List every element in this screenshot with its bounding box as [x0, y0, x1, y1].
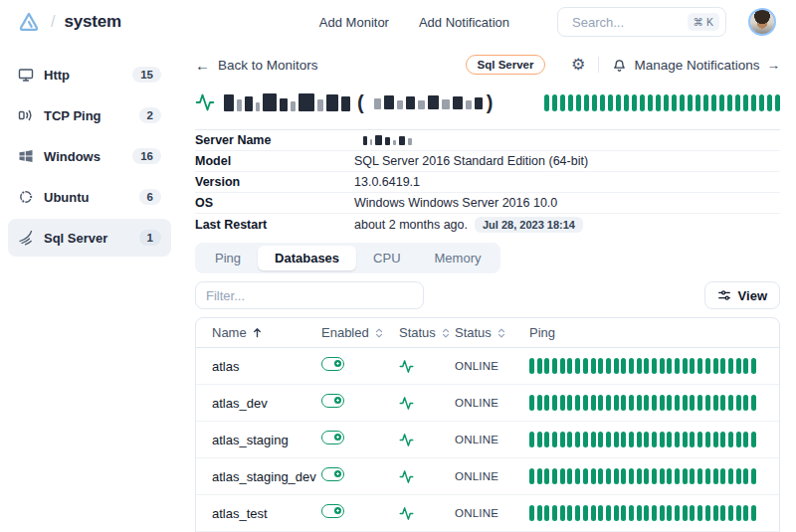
sidebar-item-label: TCP Ping — [44, 108, 101, 123]
sidebar-item-windows[interactable]: Windows 16 — [8, 137, 171, 175]
sidebar-item-http[interactable]: Http 15 — [8, 56, 171, 93]
activity-status-icon — [399, 469, 414, 484]
redacted-server-title — [224, 93, 350, 111]
info-row-server-name: Server Name — [195, 130, 780, 151]
search-box[interactable]: ⌘ K — [557, 7, 726, 37]
add-notification-link[interactable]: Add Notification — [419, 15, 509, 30]
info-label: Last Restart — [195, 218, 354, 232]
sidebar-item-label: Http — [44, 68, 70, 83]
status-text: ONLINE — [455, 470, 529, 482]
db-name: atlas — [212, 359, 321, 374]
info-label: Version — [195, 175, 354, 189]
column-header-ping: Ping — [529, 325, 763, 340]
restart-date-badge: Jul 28, 2023 18:14 — [475, 217, 583, 233]
info-value: SQL Server 2016 Standard Edition (64-bit… — [354, 154, 588, 168]
page-title: system — [64, 12, 120, 32]
sort-asc-icon — [252, 327, 263, 338]
toggle-on-icon[interactable] — [321, 394, 344, 408]
status-text: ONLINE — [455, 507, 529, 519]
toggle-on-icon[interactable] — [321, 431, 344, 444]
main-content: ← Back to Monitors Sql Server ⚙ Manage N… — [179, 44, 796, 532]
sliders-icon — [717, 288, 731, 302]
info-value: 13.0.6419.1 — [354, 175, 420, 189]
activity-status-icon — [399, 506, 414, 521]
tab-ping[interactable]: Ping — [198, 246, 258, 270]
back-to-monitors-link[interactable]: ← Back to Monitors — [195, 57, 318, 74]
toggle-on-icon[interactable] — [321, 467, 344, 481]
gear-icon[interactable]: ⚙ — [571, 57, 585, 73]
sidebar-item-ubuntu[interactable]: Ubuntu 6 — [8, 178, 171, 216]
count-badge: 6 — [139, 189, 161, 205]
sidebar-item-label: Windows — [44, 149, 100, 164]
ping-history — [529, 468, 763, 484]
breadcrumb-separator: / — [51, 13, 55, 31]
filter-input[interactable] — [195, 281, 424, 309]
toggle-on-icon[interactable] — [321, 357, 344, 371]
monitor-icon — [18, 67, 34, 83]
tab-cpu[interactable]: CPU — [356, 246, 417, 270]
monitor-type-badge: Sql Server — [466, 55, 546, 75]
info-row-model: Model SQL Server 2016 Standard Edition (… — [195, 151, 780, 172]
info-row-version: Version 13.0.6419.1 — [195, 172, 780, 193]
monitor-title-row: ( ) — [195, 89, 780, 115]
table-row[interactable]: atlas ONLINE — [196, 348, 779, 385]
table-header: Name Enabled Status Status Ping — [196, 318, 779, 348]
sidebar-item-sql-server[interactable]: Sql Server 1 — [8, 219, 171, 257]
ping-history — [529, 358, 763, 374]
server-info-list: Server Name Model SQL Server 2016 Standa… — [195, 130, 780, 235]
search-input[interactable] — [570, 14, 688, 31]
tab-databases[interactable]: Databases — [258, 246, 356, 270]
table-row[interactable]: atlas_staging ONLINE — [196, 422, 779, 458]
column-header-name[interactable]: Name — [212, 325, 321, 340]
count-badge: 2 — [139, 107, 161, 123]
column-header-enabled[interactable]: Enabled — [321, 325, 399, 340]
count-badge: 16 — [132, 148, 161, 164]
manage-notifications-label: Manage Notifications — [634, 58, 759, 73]
health-history-bars — [544, 94, 780, 111]
db-name: atlas_staging — [212, 433, 321, 447]
activity-status-icon — [399, 359, 414, 374]
search-shortcut-badge: ⌘ K — [688, 13, 719, 31]
column-header-status-2[interactable]: Status — [455, 325, 529, 340]
status-text: ONLINE — [455, 434, 529, 445]
info-value: about 2 months ago. — [354, 218, 468, 232]
table-row[interactable]: atlas_staging_dev ONLINE — [196, 458, 779, 495]
info-label: Server Name — [195, 133, 354, 147]
toolbar-right: ⚙ Manage Notifications → — [571, 57, 780, 73]
ping-history — [529, 505, 763, 521]
avatar[interactable] — [748, 8, 776, 36]
add-monitor-link[interactable]: Add Monitor — [319, 15, 389, 30]
info-row-last-restart: Last Restart about 2 months ago. Jul 28,… — [195, 214, 780, 235]
app-logo-icon — [16, 9, 42, 35]
status-text: ONLINE — [455, 397, 529, 409]
toggle-on-icon[interactable] — [321, 504, 344, 518]
info-value: Windows Windows Server 2016 10.0 — [354, 196, 557, 210]
column-header-status[interactable]: Status — [399, 325, 455, 340]
redacted-host-title — [374, 95, 483, 109]
ping-history — [529, 432, 763, 447]
activity-icon — [195, 92, 215, 112]
ping-history — [529, 395, 763, 411]
count-badge: 1 — [139, 230, 161, 246]
table-row[interactable]: atlas_dev ONLINE — [196, 385, 779, 422]
tab-memory[interactable]: Memory — [418, 246, 498, 270]
sort-icon — [374, 328, 384, 338]
view-button[interactable]: View — [704, 281, 780, 309]
top-header: / system Add Monitor Add Notification ⌘ … — [0, 0, 796, 44]
count-badge: 15 — [132, 67, 161, 83]
ubuntu-icon — [18, 189, 34, 205]
db-name: atlas_test — [212, 506, 321, 521]
top-nav: Add Monitor Add Notification — [319, 15, 509, 30]
manage-notifications-link[interactable]: Manage Notifications → — [612, 58, 780, 73]
monitor-toolbar: ← Back to Monitors Sql Server ⚙ Manage N… — [195, 52, 780, 78]
windows-icon — [18, 148, 34, 164]
sort-icon — [441, 328, 451, 338]
info-row-os: OS Windows Windows Server 2016 10.0 — [195, 193, 780, 214]
info-label: Model — [195, 154, 354, 168]
table-row[interactable]: atlas_test ONLINE — [196, 495, 779, 532]
bell-icon — [612, 58, 627, 73]
sidebar-item-label: Sql Server — [44, 231, 107, 246]
activity-status-icon — [399, 396, 414, 411]
sidebar-item-tcp-ping[interactable]: TCP Ping 2 — [8, 96, 171, 134]
sql-server-icon — [18, 230, 34, 246]
